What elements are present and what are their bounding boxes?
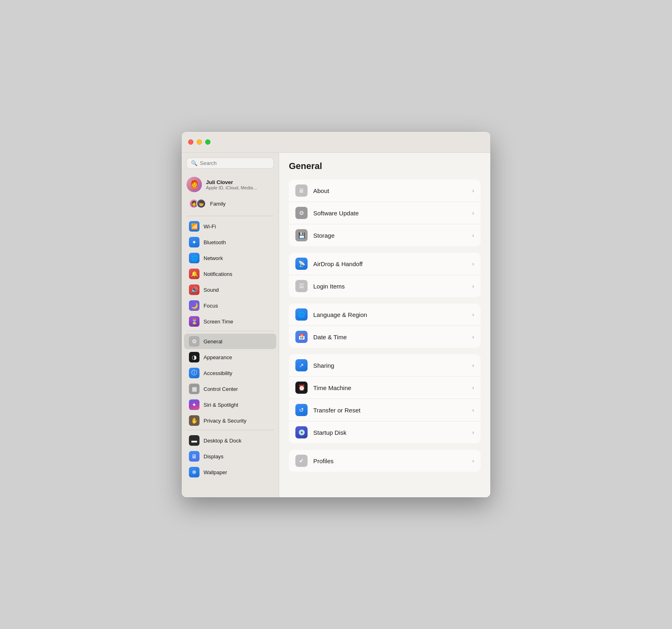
search-bar[interactable]: 🔍 (186, 158, 274, 169)
general-icon: ⚙ (189, 336, 199, 347)
notifications-icon: 🔔 (189, 269, 199, 279)
sidebar-item-screentime[interactable]: ⌛Screen Time (184, 314, 276, 329)
airdrop-label: AirDrop & Handoff (313, 260, 466, 267)
desktop-icon: ▬ (189, 435, 199, 446)
software-update-icon: ⚙ (295, 207, 308, 219)
startup-chevron: › (472, 429, 474, 436)
profiles-label: Profiles (313, 458, 466, 464)
settings-row-software-update[interactable]: ⚙Software Update› (289, 202, 481, 224)
sidebar-item-desktop[interactable]: ▬Desktop & Dock (184, 433, 276, 448)
datetime-label: Date & Time (313, 334, 466, 341)
settings-row-sharing[interactable]: ↗Sharing› (289, 354, 481, 377)
settings-row-datetime[interactable]: 📅Date & Time› (289, 326, 481, 348)
storage-label: Storage (313, 232, 466, 239)
sidebar-item-label-bluetooth: Bluetooth (204, 239, 226, 245)
timemachine-label: Time Machine (313, 384, 466, 391)
sidebar-item-family[interactable]: 👩 👦 Family (184, 196, 276, 211)
sidebar-item-siri[interactable]: ✦Siri & Spotlight (184, 397, 276, 412)
settings-group-group2: 📡AirDrop & Handoff›☰Login Items› (289, 253, 481, 297)
sidebar-item-sound[interactable]: 🔊Sound (184, 282, 276, 297)
family-avatar-2: 👦 (196, 199, 206, 208)
maximize-button[interactable] (205, 139, 210, 145)
user-info: Juli Clover Apple ID, iCloud, Media… (206, 179, 258, 190)
settings-row-startup[interactable]: 💿Startup Disk› (289, 421, 481, 443)
family-avatars: 👩 👦 (189, 199, 206, 208)
focus-icon: 🌙 (189, 300, 199, 311)
page-title: General (289, 161, 481, 171)
sidebar-item-label-accessibility: Accessibility (204, 370, 232, 376)
controlcenter-icon: ▦ (189, 384, 199, 394)
accessibility-icon: ⓘ (189, 368, 199, 378)
sidebar-item-controlcenter[interactable]: ▦Control Center (184, 381, 276, 397)
sidebar-item-privacy[interactable]: ✋Privacy & Security (184, 413, 276, 428)
minimize-button[interactable] (197, 139, 202, 145)
search-input[interactable] (200, 160, 269, 166)
sidebar-item-label-displays: Displays (204, 453, 223, 460)
sidebar-item-label-controlcenter: Control Center (204, 386, 238, 392)
sidebar-item-label-focus: Focus (204, 303, 218, 309)
sidebar-item-network[interactable]: 🌐Network (184, 250, 276, 266)
settings-group-group1: 🖥About›⚙Software Update›💾Storage› (289, 180, 481, 246)
sidebar-item-notifications[interactable]: 🔔Notifications (184, 266, 276, 282)
transfer-label: Transfer or Reset (313, 407, 466, 414)
sidebar-item-label-wifi: Wi-Fi (204, 223, 216, 230)
sidebar-item-general[interactable]: ⚙General (184, 334, 276, 349)
datetime-icon: 📅 (295, 331, 308, 343)
sidebar-item-appearance[interactable]: ◑Appearance (184, 349, 276, 365)
sidebar-item-accessibility[interactable]: ⓘAccessibility (184, 365, 276, 381)
user-profile-item[interactable]: 🧑‍🦰 Juli Clover Apple ID, iCloud, Media… (182, 174, 279, 196)
sidebar-divider-3 (186, 430, 274, 430)
settings-row-storage[interactable]: 💾Storage› (289, 224, 481, 246)
language-chevron: › (472, 311, 474, 318)
login-items-icon: ☰ (295, 280, 308, 292)
sidebar-item-label-siri: Siri & Spotlight (204, 402, 238, 408)
user-name: Juli Clover (206, 179, 258, 185)
timemachine-icon: ⏰ (295, 382, 308, 394)
sidebar-item-label-notifications: Notifications (204, 271, 232, 277)
sidebar-items-container: 📶Wi-Fi✦Bluetooth🌐Network🔔Notifications🔊S… (182, 219, 279, 480)
settings-row-language[interactable]: 🌐Language & Region› (289, 304, 481, 326)
wifi-icon: 📶 (189, 221, 199, 232)
sound-icon: 🔊 (189, 284, 199, 295)
appearance-icon: ◑ (189, 352, 199, 362)
sidebar-item-label-appearance: Appearance (204, 354, 232, 360)
sidebar-item-wallpaper[interactable]: ❄Wallpaper (184, 464, 276, 480)
timemachine-chevron: › (472, 384, 474, 391)
software-update-label: Software Update (313, 210, 466, 217)
screentime-icon: ⌛ (189, 316, 199, 327)
settings-row-timemachine[interactable]: ⏰Time Machine› (289, 377, 481, 399)
sidebar-item-wifi[interactable]: 📶Wi-Fi (184, 219, 276, 234)
about-chevron: › (472, 187, 474, 194)
airdrop-icon: 📡 (295, 258, 308, 270)
transfer-chevron: › (472, 407, 474, 413)
settings-row-profiles[interactable]: ✔Profiles› (289, 450, 481, 472)
storage-icon: 💾 (295, 229, 308, 241)
close-button[interactable] (188, 139, 193, 145)
login-items-chevron: › (472, 283, 474, 289)
datetime-chevron: › (472, 334, 474, 340)
sidebar-item-bluetooth[interactable]: ✦Bluetooth (184, 234, 276, 250)
wallpaper-icon: ❄ (189, 467, 199, 477)
bluetooth-icon: ✦ (189, 237, 199, 247)
sidebar-item-label-sound: Sound (204, 287, 219, 293)
sidebar-divider-1 (186, 216, 274, 216)
startup-icon: 💿 (295, 426, 308, 438)
software-update-chevron: › (472, 210, 474, 216)
settings-row-airdrop[interactable]: 📡AirDrop & Handoff› (289, 253, 481, 275)
sidebar-item-focus[interactable]: 🌙Focus (184, 298, 276, 313)
profiles-icon: ✔ (295, 455, 308, 467)
sidebar-item-displays[interactable]: 🖥Displays (184, 449, 276, 464)
settings-row-login-items[interactable]: ☰Login Items› (289, 275, 481, 297)
airdrop-chevron: › (472, 260, 474, 267)
network-icon: 🌐 (189, 253, 199, 263)
siri-icon: ✦ (189, 399, 199, 410)
main-content: General 🖥About›⚙Software Update›💾Storage… (279, 153, 490, 497)
settings-row-about[interactable]: 🖥About› (289, 180, 481, 202)
profiles-chevron: › (472, 458, 474, 464)
sidebar-item-label-privacy: Privacy & Security (204, 418, 246, 424)
system-preferences-window: 🔍 🧑‍🦰 Juli Clover Apple ID, iCloud, Medi… (182, 132, 490, 497)
language-label: Language & Region (313, 311, 466, 318)
settings-group-group3: 🌐Language & Region›📅Date & Time› (289, 304, 481, 348)
user-subtitle: Apple ID, iCloud, Media… (206, 185, 258, 190)
settings-row-transfer[interactable]: ↺Transfer or Reset› (289, 399, 481, 421)
